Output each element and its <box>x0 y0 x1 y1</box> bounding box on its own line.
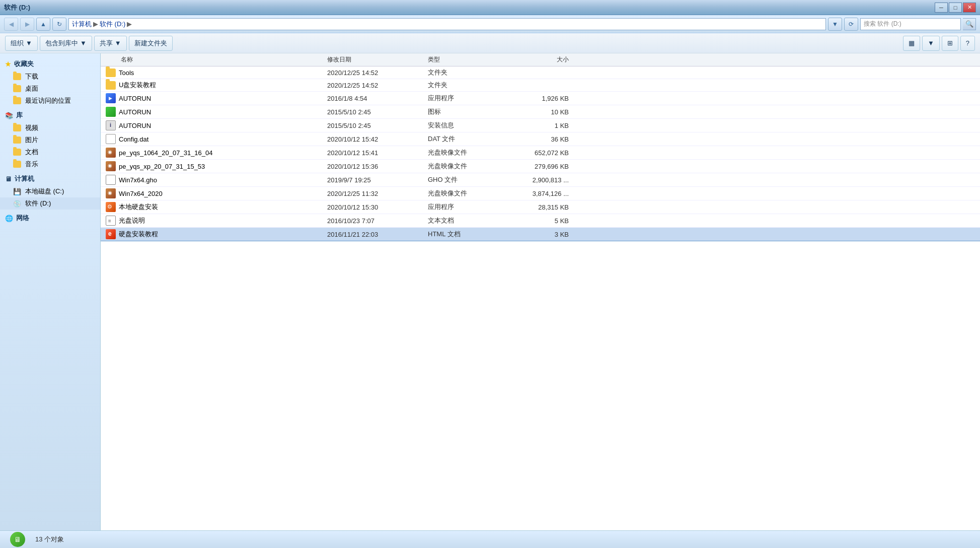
inf-icon <box>106 120 116 130</box>
table-row[interactable]: 本地硬盘安装 2020/10/12 15:30 应用程序 28,315 KB <box>101 200 980 214</box>
forward-button[interactable]: ▶ <box>20 18 34 31</box>
table-row[interactable]: 光盘说明 2016/10/23 7:07 文本文档 5 KB <box>101 214 980 228</box>
table-row[interactable]: Config.dat 2020/10/12 15:42 DAT 文件 36 KB <box>101 132 980 146</box>
file-size-cell: 3,874,126 ... <box>508 190 579 197</box>
sidebar-item-d-drive[interactable]: 💿 软件 (D:) <box>0 197 100 210</box>
sidebar-item-music[interactable]: 音乐 <box>0 158 100 170</box>
computer-section: 🖥 计算机 💾 本地磁盘 (C:) 💿 软件 (D:) <box>0 172 100 210</box>
path-separator-1: ▶ <box>93 20 98 28</box>
view-button[interactable]: ▦ <box>903 36 920 51</box>
column-type[interactable]: 类型 <box>428 55 508 64</box>
file-name: Win7x64_2020 <box>119 190 163 197</box>
sidebar: ★ 收藏夹 下载 桌面 最近访问的位置 📚 库 <box>0 53 101 530</box>
folder-icon <box>106 68 116 77</box>
file-date-cell: 2020/10/12 15:41 <box>327 149 428 157</box>
preview-button[interactable]: ⊞ <box>942 36 958 51</box>
favorites-header[interactable]: ★ 收藏夹 <box>0 57 100 71</box>
table-row[interactable]: AUTORUN 2016/1/8 4:54 应用程序 1,926 KB <box>101 92 980 105</box>
dropdown-button[interactable]: ▼ <box>828 18 842 31</box>
table-row[interactable]: Win7x64_2020 2020/12/25 11:32 光盘映像文件 3,8… <box>101 187 980 200</box>
back-button[interactable]: ◀ <box>4 18 18 31</box>
table-row[interactable]: U盘安装教程 2020/12/25 14:52 文件夹 <box>101 79 980 92</box>
gho-icon <box>106 175 116 185</box>
sidebar-item-pictures[interactable]: 图片 <box>0 134 100 146</box>
refresh-button[interactable]: ↻ <box>52 18 66 31</box>
file-name-cell: AUTORUN <box>101 93 327 103</box>
folder-icon <box>13 136 21 144</box>
up-button[interactable]: ▲ <box>36 18 50 31</box>
share-label: 共享 <box>100 39 113 48</box>
table-row[interactable]: pe_yqs_1064_20_07_31_16_04 2020/10/12 15… <box>101 146 980 160</box>
sidebar-item-video[interactable]: 视频 <box>0 122 100 134</box>
app-icon <box>106 202 116 212</box>
organize-dropdown-icon: ▼ <box>26 39 32 47</box>
path-drive[interactable]: 软件 (D:) <box>100 20 125 29</box>
search-button[interactable]: 🔍 <box>963 18 976 30</box>
new-folder-button[interactable]: 新建文件夹 <box>129 36 173 51</box>
include-library-button[interactable]: 包含到库中 ▼ <box>40 36 92 51</box>
file-name: pe_yqs_xp_20_07_31_15_53 <box>119 163 205 170</box>
sidebar-item-label: 软件 (D:) <box>25 199 51 208</box>
network-icon: 🌐 <box>5 215 13 222</box>
file-name-cell: Config.dat <box>101 134 327 144</box>
column-date[interactable]: 修改日期 <box>327 55 428 64</box>
file-type-cell: 光盘映像文件 <box>428 162 508 171</box>
sidebar-item-download[interactable]: 下载 <box>0 71 100 83</box>
file-date-cell: 2020/10/12 15:36 <box>327 163 428 170</box>
file-type-cell: 图标 <box>428 107 508 116</box>
sidebar-item-desktop[interactable]: 桌面 <box>0 83 100 95</box>
file-date-cell: 2020/12/25 11:32 <box>327 190 428 197</box>
img-icon <box>106 107 116 117</box>
file-area: 名称 修改日期 类型 大小 Tools 2020/12/25 14:52 文件夹… <box>101 53 980 530</box>
help-button[interactable]: ? <box>960 36 975 51</box>
file-name: 本地硬盘安装 <box>119 202 158 212</box>
file-type-cell: 安装信息 <box>428 121 508 130</box>
file-name-cell: AUTORUN <box>101 107 327 117</box>
sidebar-item-documents[interactable]: 文档 <box>0 146 100 158</box>
sidebar-item-c-drive[interactable]: 💾 本地磁盘 (C:) <box>0 185 100 197</box>
file-name-cell: U盘安装教程 <box>101 81 327 90</box>
folder-icon <box>13 97 21 104</box>
file-size-cell: 5 KB <box>508 217 579 225</box>
view-dropdown-button[interactable]: ▼ <box>922 36 940 51</box>
table-row[interactable]: Tools 2020/12/25 14:52 文件夹 <box>101 66 980 79</box>
path-computer[interactable]: 计算机 <box>72 20 92 29</box>
address-bar-path[interactable]: 计算机 ▶ 软件 (D:) ▶ <box>68 18 826 30</box>
drive-icon: 💿 <box>13 200 21 208</box>
column-size[interactable]: 大小 <box>508 55 579 64</box>
folder-icon <box>13 73 21 80</box>
file-type-cell: 应用程序 <box>428 202 508 212</box>
file-size-cell: 3 KB <box>508 231 579 238</box>
folder-icon <box>13 161 21 168</box>
file-type-cell: HTML 文档 <box>428 230 508 239</box>
file-type-cell: 文件夹 <box>428 81 508 90</box>
maximize-button[interactable]: □ <box>949 3 962 13</box>
file-date-cell: 2016/1/8 4:54 <box>327 95 428 102</box>
minimize-button[interactable]: ─ <box>935 3 948 13</box>
file-date-cell: 2020/10/12 15:30 <box>327 203 428 211</box>
network-header[interactable]: 🌐 网络 <box>0 212 100 225</box>
library-header[interactable]: 📚 库 <box>0 109 100 122</box>
include-library-label: 包含到库中 <box>45 39 78 48</box>
search-input[interactable]: 搜索 软件 (D:) <box>860 18 961 30</box>
computer-icon: 🖥 <box>5 175 12 183</box>
table-row[interactable]: AUTORUN 2015/5/10 2:45 安装信息 1 KB <box>101 119 980 132</box>
close-button[interactable]: ✕ <box>963 3 976 13</box>
table-row[interactable]: 硬盘安装教程 2016/11/21 22:03 HTML 文档 3 KB <box>101 228 980 241</box>
table-row[interactable]: Win7x64.gho 2019/9/7 19:25 GHO 文件 2,900,… <box>101 173 980 187</box>
sidebar-item-label: 图片 <box>25 135 38 145</box>
library-section: 📚 库 视频 图片 文档 音乐 <box>0 109 100 170</box>
table-row[interactable]: AUTORUN 2015/5/10 2:45 图标 10 KB <box>101 105 980 119</box>
table-row[interactable]: pe_yqs_xp_20_07_31_15_53 2020/10/12 15:3… <box>101 160 980 173</box>
nav-extra-button[interactable]: ⟳ <box>844 18 858 31</box>
organize-button[interactable]: 组织 ▼ <box>5 36 38 51</box>
computer-header[interactable]: 🖥 计算机 <box>0 172 100 185</box>
sidebar-item-recent[interactable]: 最近访问的位置 <box>0 95 100 107</box>
sidebar-item-label: 视频 <box>25 123 38 132</box>
exe-icon <box>106 93 116 103</box>
file-name-cell: Win7x64.gho <box>101 175 327 185</box>
file-date-cell: 2020/12/25 14:52 <box>327 69 428 77</box>
share-button[interactable]: 共享 ▼ <box>94 36 127 51</box>
file-name-cell: 本地硬盘安装 <box>101 202 327 212</box>
column-name[interactable]: 名称 <box>101 55 327 64</box>
